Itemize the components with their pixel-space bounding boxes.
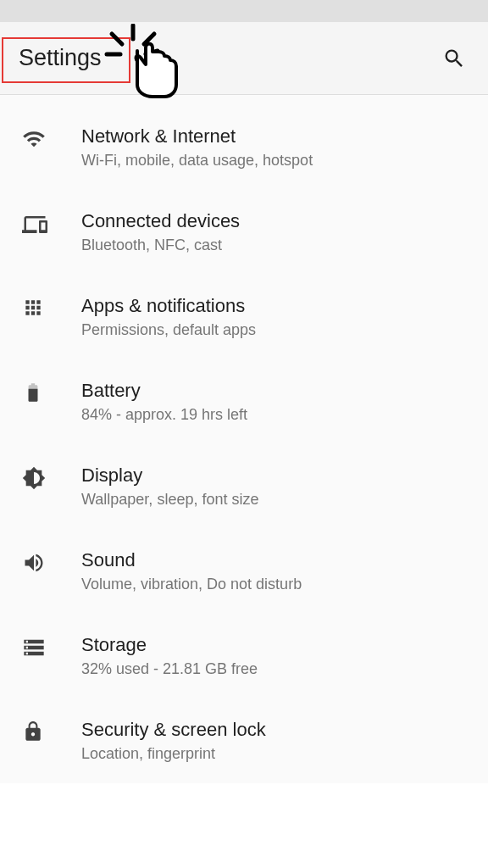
settings-item-storage[interactable]: Storage 32% used - 21.81 GB free	[0, 614, 488, 698]
item-title: Sound	[81, 549, 471, 571]
item-title: Battery	[81, 380, 471, 402]
settings-item-security[interactable]: Security & screen lock Location, fingerp…	[0, 698, 488, 783]
wifi-icon	[17, 125, 61, 151]
settings-item-apps[interactable]: Apps & notifications Permissions, defaul…	[0, 275, 488, 359]
search-button[interactable]	[439, 43, 469, 74]
item-title: Display	[81, 465, 471, 487]
status-bar	[0, 0, 488, 22]
item-subtitle: Location, fingerprint	[81, 745, 471, 763]
item-subtitle: Wi-Fi, mobile, data usage, hotspot	[81, 152, 471, 170]
settings-list: Network & Internet Wi-Fi, mobile, data u…	[0, 95, 488, 783]
settings-item-battery[interactable]: Battery 84% - approx. 19 hrs left	[0, 359, 488, 444]
item-title: Storage	[81, 634, 471, 656]
item-title: Apps & notifications	[81, 295, 471, 317]
item-subtitle: 32% used - 21.81 GB free	[81, 660, 471, 678]
item-subtitle: Wallpaper, sleep, font size	[81, 491, 471, 509]
settings-item-display[interactable]: Display Wallpaper, sleep, font size	[0, 444, 488, 529]
item-title: Network & Internet	[81, 125, 471, 147]
item-title: Security & screen lock	[81, 719, 471, 741]
settings-item-sound[interactable]: Sound Volume, vibration, Do not disturb	[0, 529, 488, 614]
app-bar: Settings	[0, 22, 488, 95]
sound-icon	[17, 549, 61, 575]
display-icon	[17, 465, 61, 490]
search-icon	[442, 47, 466, 70]
item-subtitle: Permissions, default apps	[81, 321, 471, 339]
item-subtitle: 84% - approx. 19 hrs left	[81, 406, 471, 424]
devices-icon	[17, 210, 61, 237]
item-subtitle: Volume, vibration, Do not disturb	[81, 576, 471, 593]
settings-item-connected-devices[interactable]: Connected devices Bluetooth, NFC, cast	[0, 190, 488, 275]
settings-item-network[interactable]: Network & Internet Wi-Fi, mobile, data u…	[0, 105, 488, 190]
item-subtitle: Bluetooth, NFC, cast	[81, 236, 471, 254]
apps-icon	[17, 295, 61, 319]
battery-icon	[17, 380, 61, 403]
page-title: Settings	[19, 45, 102, 71]
storage-icon	[17, 634, 61, 659]
item-title: Connected devices	[81, 210, 471, 232]
lock-icon	[17, 719, 61, 743]
